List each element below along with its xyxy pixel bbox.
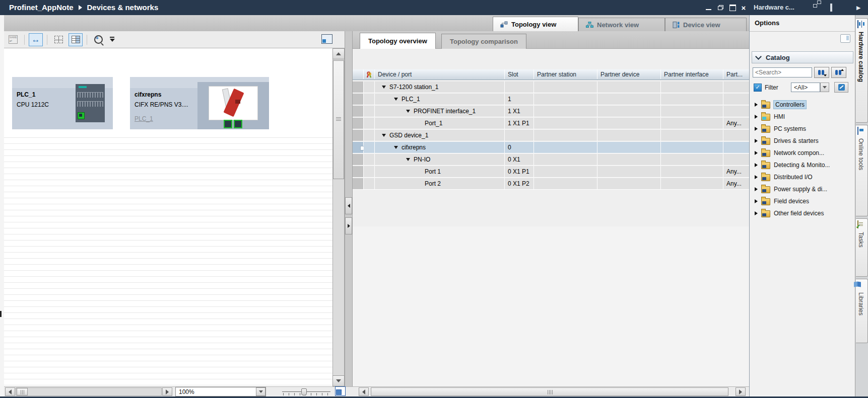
catalog-item-power-supply[interactable]: Power supply & di...	[751, 183, 854, 195]
tab-topology-comparison[interactable]: Topology comparison	[441, 34, 526, 49]
scroll-up-button[interactable]	[332, 48, 345, 59]
column-header-partner-port[interactable]: Part...	[723, 69, 749, 79]
graphic-overview-button[interactable]	[321, 34, 332, 44]
close-button[interactable]: ×	[739, 4, 749, 12]
column-header-partner-interface[interactable]: Partner interface	[661, 69, 723, 79]
assigned-controller-link[interactable]: PLC_1	[135, 115, 153, 122]
expand-caret-icon[interactable]	[382, 134, 386, 137]
cifx-device-image-zone[interactable]	[197, 82, 269, 129]
canvas-horizontal-scrollbar[interactable]	[16, 387, 162, 396]
maximize-button[interactable]	[727, 4, 738, 12]
catalog-item-field-devices[interactable]: Field devices	[751, 195, 854, 207]
scroll-down-button[interactable]	[332, 375, 345, 386]
highlight-connections-button[interactable]: ↔	[29, 33, 43, 46]
zoom-slider[interactable]	[282, 388, 330, 395]
catalog-section-header[interactable]: Catalog	[752, 51, 853, 63]
column-header-device-port[interactable]: Device / port	[375, 69, 505, 79]
table-view-button[interactable]	[69, 33, 83, 46]
breadcrumb-project[interactable]: Profinet_AppNote	[9, 3, 74, 12]
column-header-partner-device[interactable]: Partner device	[597, 69, 661, 79]
cifx-port-2[interactable]	[234, 120, 242, 128]
table-row[interactable]: Port 1 0 X1 P1 Any...	[353, 166, 749, 178]
expand-caret-icon[interactable]	[394, 146, 398, 149]
table-hscrollbar-thumb[interactable]	[371, 387, 728, 396]
side-tab-hardware-catalog[interactable]: Hardware catalog	[856, 18, 868, 123]
tab-network-view[interactable]: Network view	[578, 18, 665, 32]
grid-view-button[interactable]	[51, 33, 65, 46]
show-station-names-button[interactable]: NAME	[6, 33, 20, 46]
pane-layout-button[interactable]	[840, 34, 850, 43]
float-panel-button[interactable]	[817, 4, 825, 11]
restore-button[interactable]	[715, 4, 725, 12]
side-tab-tasks[interactable]: Tasks	[856, 218, 868, 277]
expand-right-icon[interactable]	[755, 115, 758, 119]
expand-caret-icon[interactable]	[394, 98, 398, 101]
catalog-item-pc-systems[interactable]: PC systems	[751, 123, 854, 135]
catalog-item-detecting-monitoring[interactable]: Detecting & Monito...	[751, 159, 854, 171]
tab-topology-view[interactable]: Topology view	[493, 17, 578, 32]
canvas-scrollbar-thumb[interactable]	[333, 60, 344, 179]
expand-caret-icon[interactable]	[406, 158, 410, 161]
tab-topology-overview[interactable]: Topology overview	[360, 33, 436, 49]
filter-checkbox[interactable]	[754, 84, 762, 92]
table-row[interactable]: Port_1 1 X1 P1 Any...	[353, 118, 749, 130]
expand-right-icon[interactable]	[755, 187, 758, 191]
column-header-partner-station[interactable]: Partner station	[534, 69, 597, 79]
expand-right-icon[interactable]	[755, 103, 758, 107]
canvas-scroll-left-button[interactable]	[5, 387, 15, 396]
catalog-item-distributed-io[interactable]: Distributed I/O	[751, 171, 854, 183]
expand-right-icon[interactable]	[755, 175, 758, 179]
expand-right-icon[interactable]	[755, 139, 758, 143]
pane-splitter[interactable]	[345, 31, 353, 398]
plc-ethernet-port[interactable]	[78, 112, 85, 119]
topology-canvas[interactable]: PLC_1 CPU 1212C cifxrepns CIFX RE/PNS V3…	[4, 48, 332, 386]
cifx-port-1[interactable]	[224, 120, 232, 128]
plc-device-image[interactable]	[76, 84, 105, 122]
hide-panel-button[interactable]	[830, 4, 838, 11]
profile-button[interactable]	[834, 82, 848, 93]
column-header-slot[interactable]: Slot	[505, 69, 534, 79]
table-row[interactable]: PLC_1 1	[353, 94, 749, 106]
catalog-item-other-field-devices[interactable]: Other field devices	[751, 207, 854, 219]
device-card-plc1[interactable]: PLC_1 CPU 1212C	[12, 77, 113, 129]
table-row[interactable]: Port 2 0 X1 P2 Any...	[353, 178, 749, 190]
expand-right-icon[interactable]	[755, 163, 758, 167]
expand-right-icon[interactable]	[755, 127, 758, 131]
expand-right-icon[interactable]	[755, 151, 758, 155]
table-row[interactable]: PROFINET interface_1 1 X1	[353, 106, 749, 118]
filter-dropdown-button[interactable]	[820, 83, 829, 92]
tab-device-view[interactable]: Device view	[665, 18, 747, 32]
slider-thumb[interactable]	[301, 388, 307, 395]
catalog-item-network-components[interactable]: Network compon...	[751, 147, 854, 159]
minimize-button[interactable]	[703, 4, 713, 12]
table-row[interactable]: GSD device_1	[353, 130, 749, 142]
search-down-button[interactable]	[814, 67, 829, 78]
search-input[interactable]	[753, 67, 812, 77]
table-scroll-left-button[interactable]	[359, 387, 369, 396]
catalog-item-controllers[interactable]: Controllers	[751, 99, 854, 111]
canvas-hscrollbar-thumb[interactable]	[17, 388, 28, 395]
fit-to-view-button[interactable]	[335, 386, 346, 396]
zoom-dropdown-button[interactable]	[108, 33, 116, 46]
zoom-button[interactable]	[91, 33, 105, 46]
splitter-collapse-left-button[interactable]	[345, 197, 352, 214]
table-row-selected[interactable]: cifxrepns 0	[353, 142, 749, 154]
search-up-button[interactable]	[831, 67, 846, 78]
canvas-scroll-right-button[interactable]	[162, 387, 172, 396]
zoom-level-combobox[interactable]: 100%	[175, 387, 266, 396]
expand-caret-icon[interactable]	[382, 86, 386, 89]
device-card-cifxrepns[interactable]: cifxrepns CIFX RE/PNS V3.... PLC_1	[130, 77, 269, 129]
table-row[interactable]: S7-1200 station_1	[353, 82, 749, 94]
side-tab-online-tools[interactable]: Online tools	[856, 125, 868, 216]
expand-right-icon[interactable]	[755, 199, 758, 203]
collapse-panel-button[interactable]: ▶	[856, 4, 864, 11]
expand-caret-icon[interactable]	[406, 110, 410, 113]
catalog-item-drives-starters[interactable]: Drives & starters	[751, 135, 854, 147]
zoom-level-dropdown-button[interactable]	[256, 387, 265, 396]
breadcrumb-page[interactable]: Devices & networks	[87, 3, 159, 12]
catalog-item-hmi[interactable]: HMI	[751, 111, 854, 123]
splitter-collapse-right-button[interactable]	[345, 217, 352, 234]
expand-right-icon[interactable]	[755, 211, 758, 215]
table-scroll-right-button[interactable]	[736, 387, 746, 396]
table-row[interactable]: PN-IO 0 X1	[353, 154, 749, 166]
